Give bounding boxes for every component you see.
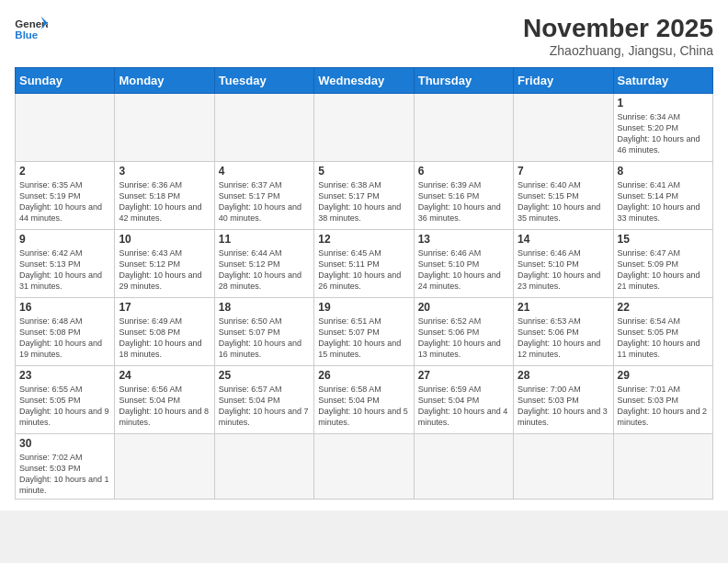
- day-info: Sunrise: 6:46 AM Sunset: 5:10 PM Dayligh…: [518, 247, 609, 293]
- day-number: 6: [418, 165, 509, 178]
- day-cell: 1Sunrise: 6:34 AM Sunset: 5:20 PM Daylig…: [613, 93, 712, 161]
- day-header-row: SundayMondayTuesdayWednesdayThursdayFrid…: [16, 67, 713, 93]
- day-cell: 8Sunrise: 6:41 AM Sunset: 5:14 PM Daylig…: [613, 161, 712, 229]
- day-number: 15: [618, 233, 709, 246]
- day-info: Sunrise: 6:53 AM Sunset: 5:06 PM Dayligh…: [518, 316, 609, 361]
- day-info: Sunrise: 6:34 AM Sunset: 5:20 PM Dayligh…: [618, 111, 709, 156]
- day-cell: 12Sunrise: 6:45 AM Sunset: 5:11 PM Dayli…: [314, 229, 414, 297]
- day-cell: 21Sunrise: 6:53 AM Sunset: 5:06 PM Dayli…: [514, 297, 613, 365]
- day-info: Sunrise: 6:58 AM Sunset: 5:04 PM Dayligh…: [318, 384, 409, 429]
- day-number: 18: [219, 301, 310, 314]
- col-header-wednesday: Wednesday: [314, 67, 414, 93]
- generalblue-logo-icon: General Blue: [15, 15, 48, 42]
- day-info: Sunrise: 6:59 AM Sunset: 5:04 PM Dayligh…: [418, 384, 509, 429]
- day-cell: 29Sunrise: 7:01 AM Sunset: 5:03 PM Dayli…: [613, 365, 712, 433]
- day-info: Sunrise: 7:01 AM Sunset: 5:03 PM Dayligh…: [618, 384, 709, 429]
- day-info: Sunrise: 6:52 AM Sunset: 5:06 PM Dayligh…: [418, 316, 509, 361]
- title-block: November 2025 Zhaozhuang, Jiangsu, China: [523, 15, 713, 58]
- day-cell: 14Sunrise: 6:46 AM Sunset: 5:10 PM Dayli…: [514, 229, 613, 297]
- day-number: 7: [518, 165, 609, 178]
- day-number: 27: [418, 369, 509, 382]
- day-cell: 17Sunrise: 6:49 AM Sunset: 5:08 PM Dayli…: [115, 297, 214, 365]
- day-cell: 10Sunrise: 6:43 AM Sunset: 5:12 PM Dayli…: [115, 229, 214, 297]
- day-info: Sunrise: 6:55 AM Sunset: 5:05 PM Dayligh…: [19, 384, 110, 429]
- day-cell: 15Sunrise: 6:47 AM Sunset: 5:09 PM Dayli…: [613, 229, 712, 297]
- calendar: SundayMondayTuesdayWednesdayThursdayFrid…: [15, 67, 713, 500]
- day-cell: 24Sunrise: 6:56 AM Sunset: 5:04 PM Dayli…: [115, 365, 214, 433]
- col-header-monday: Monday: [115, 67, 214, 93]
- day-cell: 7Sunrise: 6:40 AM Sunset: 5:15 PM Daylig…: [514, 161, 613, 229]
- day-number: 13: [418, 233, 509, 246]
- col-header-sunday: Sunday: [16, 67, 115, 93]
- week-row-4: 23Sunrise: 6:55 AM Sunset: 5:05 PM Dayli…: [16, 365, 713, 433]
- day-info: Sunrise: 6:51 AM Sunset: 5:07 PM Dayligh…: [318, 316, 409, 361]
- day-cell: [16, 93, 115, 161]
- logo: General Blue: [15, 15, 48, 42]
- day-number: 22: [618, 301, 709, 314]
- col-header-tuesday: Tuesday: [214, 67, 313, 93]
- col-header-friday: Friday: [514, 67, 613, 93]
- day-cell: 4Sunrise: 6:37 AM Sunset: 5:17 PM Daylig…: [214, 161, 313, 229]
- day-info: Sunrise: 6:50 AM Sunset: 5:07 PM Dayligh…: [219, 316, 310, 361]
- day-cell: [314, 433, 414, 500]
- day-cell: 28Sunrise: 7:00 AM Sunset: 5:03 PM Dayli…: [514, 365, 613, 433]
- week-row-1: 2Sunrise: 6:35 AM Sunset: 5:19 PM Daylig…: [16, 161, 713, 229]
- week-row-2: 9Sunrise: 6:42 AM Sunset: 5:13 PM Daylig…: [16, 229, 713, 297]
- day-cell: 13Sunrise: 6:46 AM Sunset: 5:10 PM Dayli…: [414, 229, 513, 297]
- day-number: 21: [518, 301, 609, 314]
- day-cell: 5Sunrise: 6:38 AM Sunset: 5:17 PM Daylig…: [314, 161, 414, 229]
- location: Zhaozhuang, Jiangsu, China: [523, 43, 713, 58]
- day-number: 17: [119, 301, 210, 314]
- day-number: 23: [19, 369, 110, 382]
- day-number: 3: [119, 165, 210, 178]
- day-info: Sunrise: 6:35 AM Sunset: 5:19 PM Dayligh…: [19, 179, 110, 224]
- day-cell: 25Sunrise: 6:57 AM Sunset: 5:04 PM Dayli…: [214, 365, 313, 433]
- day-number: 20: [418, 301, 509, 314]
- day-cell: 30Sunrise: 7:02 AM Sunset: 5:03 PM Dayli…: [16, 433, 115, 500]
- day-info: Sunrise: 6:36 AM Sunset: 5:18 PM Dayligh…: [119, 179, 210, 224]
- svg-text:General: General: [15, 18, 48, 29]
- day-info: Sunrise: 6:43 AM Sunset: 5:12 PM Dayligh…: [119, 247, 210, 293]
- day-info: Sunrise: 6:39 AM Sunset: 5:16 PM Dayligh…: [418, 179, 509, 224]
- svg-text:Blue: Blue: [15, 29, 38, 40]
- day-number: 24: [119, 369, 210, 382]
- day-info: Sunrise: 6:49 AM Sunset: 5:08 PM Dayligh…: [119, 316, 210, 361]
- day-info: Sunrise: 6:42 AM Sunset: 5:13 PM Dayligh…: [19, 247, 110, 293]
- day-info: Sunrise: 6:48 AM Sunset: 5:08 PM Dayligh…: [19, 316, 110, 361]
- day-cell: [115, 93, 214, 161]
- day-info: Sunrise: 6:44 AM Sunset: 5:12 PM Dayligh…: [219, 247, 310, 293]
- day-info: Sunrise: 6:40 AM Sunset: 5:15 PM Dayligh…: [518, 179, 609, 224]
- day-info: Sunrise: 6:57 AM Sunset: 5:04 PM Dayligh…: [219, 384, 310, 429]
- month-title: November 2025: [523, 15, 713, 43]
- day-cell: 27Sunrise: 6:59 AM Sunset: 5:04 PM Dayli…: [414, 365, 513, 433]
- day-cell: 26Sunrise: 6:58 AM Sunset: 5:04 PM Dayli…: [314, 365, 414, 433]
- day-number: 19: [318, 301, 409, 314]
- day-info: Sunrise: 6:38 AM Sunset: 5:17 PM Dayligh…: [318, 179, 409, 224]
- day-number: 2: [19, 165, 110, 178]
- day-number: 5: [318, 165, 409, 178]
- day-number: 11: [219, 233, 310, 246]
- day-info: Sunrise: 6:54 AM Sunset: 5:05 PM Dayligh…: [618, 316, 709, 361]
- day-info: Sunrise: 7:00 AM Sunset: 5:03 PM Dayligh…: [518, 384, 609, 429]
- day-cell: 9Sunrise: 6:42 AM Sunset: 5:13 PM Daylig…: [16, 229, 115, 297]
- day-number: 4: [219, 165, 310, 178]
- day-number: 28: [518, 369, 609, 382]
- page: General Blue November 2025 Zhaozhuang, J…: [0, 0, 728, 511]
- day-number: 8: [618, 165, 709, 178]
- day-cell: [314, 93, 414, 161]
- day-cell: 20Sunrise: 6:52 AM Sunset: 5:06 PM Dayli…: [414, 297, 513, 365]
- day-cell: 2Sunrise: 6:35 AM Sunset: 5:19 PM Daylig…: [16, 161, 115, 229]
- day-cell: 23Sunrise: 6:55 AM Sunset: 5:05 PM Dayli…: [16, 365, 115, 433]
- day-cell: 3Sunrise: 6:36 AM Sunset: 5:18 PM Daylig…: [115, 161, 214, 229]
- day-info: Sunrise: 6:56 AM Sunset: 5:04 PM Dayligh…: [119, 384, 210, 429]
- day-cell: [414, 93, 513, 161]
- day-number: 10: [119, 233, 210, 246]
- week-row-5: 30Sunrise: 7:02 AM Sunset: 5:03 PM Dayli…: [16, 433, 713, 500]
- day-number: 26: [318, 369, 409, 382]
- day-number: 29: [618, 369, 709, 382]
- day-cell: [115, 433, 214, 500]
- day-cell: 16Sunrise: 6:48 AM Sunset: 5:08 PM Dayli…: [16, 297, 115, 365]
- week-row-3: 16Sunrise: 6:48 AM Sunset: 5:08 PM Dayli…: [16, 297, 713, 365]
- day-number: 12: [318, 233, 409, 246]
- day-cell: [514, 93, 613, 161]
